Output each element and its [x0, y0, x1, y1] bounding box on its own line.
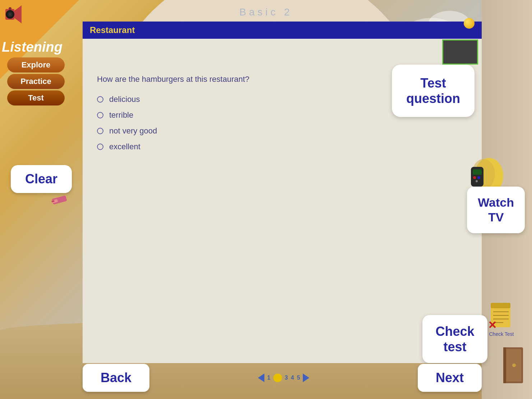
bottom-nav: Back 1 3 4 5 Next: [83, 364, 482, 392]
svg-point-15: [476, 180, 478, 182]
back-button[interactable]: Back: [83, 364, 149, 392]
radio-circle-4: [97, 144, 103, 150]
option-label-4: excellent: [109, 142, 140, 151]
radio-circle-1: [97, 96, 103, 103]
page-3: 3: [285, 375, 288, 381]
page-dots: 1 3 4 5: [258, 374, 310, 382]
svg-point-13: [473, 176, 476, 179]
radio-circle-2: [97, 112, 103, 118]
nav-buttons: Explore Practice Test: [7, 57, 65, 107]
svg-point-14: [477, 176, 480, 179]
radio-circle-3: [97, 128, 103, 134]
window-title: Restaurant: [90, 25, 135, 35]
option-not-very-good[interactable]: not very good: [97, 126, 467, 136]
svg-point-4: [9, 7, 11, 10]
practice-button[interactable]: Practice: [7, 74, 65, 89]
test-question-bubble: Test question: [392, 65, 475, 117]
svg-rect-12: [473, 169, 482, 175]
option-excellent[interactable]: excellent: [97, 142, 467, 151]
watch-tv-bubble[interactable]: Watch TV: [467, 187, 525, 233]
test-button[interactable]: Test: [7, 90, 65, 105]
clear-button[interactable]: Clear: [11, 165, 72, 193]
svg-rect-17: [491, 303, 510, 308]
page-prev-arrow[interactable]: [258, 374, 264, 382]
check-test-button[interactable]: Check test: [422, 315, 487, 363]
watch-tv-line1: Watch: [478, 196, 514, 209]
check-test-line2: test: [444, 339, 467, 354]
window-titlebar: Restaurant: [83, 22, 482, 39]
test-question-line2: question: [406, 91, 460, 106]
svg-point-3: [9, 13, 11, 15]
page-5: 5: [297, 375, 300, 381]
option-label-3: not very good: [109, 126, 157, 136]
check-test-line1: Check: [435, 324, 474, 339]
app-title: Basic 2: [240, 6, 293, 18]
watch-tv-line2: TV: [488, 210, 504, 224]
yellow-ball: [464, 18, 475, 29]
option-label-2: terrible: [109, 111, 133, 120]
eraser-icon: [50, 194, 72, 206]
svg-rect-26: [512, 363, 516, 367]
page-4: 4: [291, 375, 294, 381]
page-next-arrow[interactable]: [303, 374, 309, 382]
page-dot-2-active[interactable]: [273, 374, 282, 382]
explore-button[interactable]: Explore: [7, 57, 65, 72]
check-test-label: Check Test: [489, 331, 514, 337]
test-question-line1: Test: [420, 76, 446, 90]
svg-marker-5: [14, 5, 22, 23]
page-1: 1: [267, 375, 270, 381]
next-button[interactable]: Next: [418, 364, 482, 392]
speaker-icon: [4, 4, 32, 32]
svg-rect-27: [503, 347, 506, 383]
check-test-doc: Check Test: [489, 301, 514, 337]
door-icon: [500, 344, 528, 388]
option-label-1: delicious: [109, 95, 140, 104]
listening-label: Listening: [2, 39, 63, 55]
